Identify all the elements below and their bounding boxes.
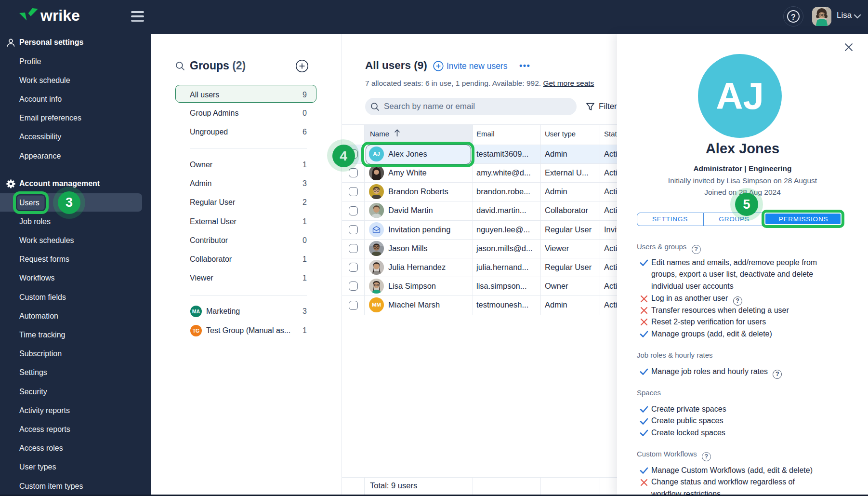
svg-text:wrike: wrike	[40, 7, 80, 24]
